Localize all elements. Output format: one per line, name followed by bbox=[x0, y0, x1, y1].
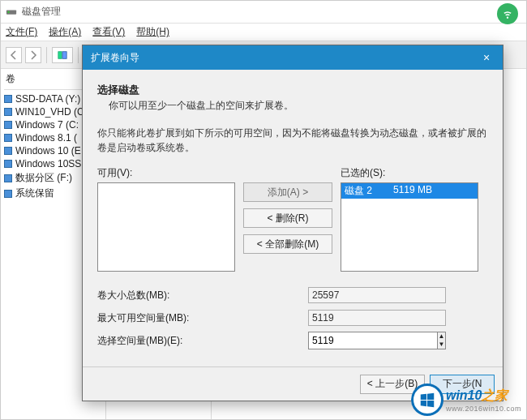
selected-column: 已选的(S): 磁盘 2 5119 MB bbox=[341, 166, 478, 272]
total-size-value: 25597 bbox=[308, 287, 446, 303]
forward-button[interactable] bbox=[25, 47, 41, 63]
menu-file[interactable]: 文件(F) bbox=[6, 25, 37, 39]
app-window: 磁盘管理 — 文件(F) 操作(A) 查看(V) 帮助(H) ? 卷 SSD-D… bbox=[0, 0, 527, 420]
selected-listbox[interactable]: 磁盘 2 5119 MB bbox=[341, 182, 478, 272]
total-size-label: 卷大小总数(MB): bbox=[97, 289, 308, 302]
selected-disk-name: 磁盘 2 bbox=[345, 184, 393, 198]
volume-label: Windows 10 (E bbox=[15, 145, 81, 156]
volume-label: Windows 7 (C: bbox=[15, 119, 79, 131]
back-button[interactable] bbox=[6, 47, 22, 63]
select-size-input[interactable] bbox=[308, 332, 438, 349]
volume-label: WIN10_VHD (C: bbox=[15, 106, 87, 118]
selected-disk-item[interactable]: 磁盘 2 5119 MB bbox=[341, 183, 478, 199]
volume-label: Windows 8.1 ( bbox=[15, 132, 77, 144]
volume-label: Windows 10SS bbox=[15, 158, 81, 169]
volume-icon bbox=[4, 134, 12, 142]
menu-help[interactable]: 帮助(H) bbox=[136, 25, 169, 39]
svg-point-1 bbox=[7, 11, 9, 12]
volume-icon bbox=[4, 190, 12, 198]
wizard-heading: 选择磁盘 bbox=[97, 83, 488, 97]
wizard-body: 选择磁盘 你可以用至少一个磁盘上的空间来扩展卷。 你只能将此卷扩展到如下所示的可… bbox=[83, 70, 503, 366]
views-button[interactable] bbox=[52, 47, 73, 63]
wifi-badge-icon bbox=[497, 3, 518, 24]
max-size-value: 5119 bbox=[308, 310, 446, 326]
size-fields: 卷大小总数(MB): 25597 最大可用空间量(MB): 5119 选择空间量… bbox=[97, 285, 488, 351]
toolbar-separator bbox=[46, 47, 47, 63]
selected-label: 已选的(S): bbox=[341, 166, 478, 180]
volume-label: SSD-DATA (Y:) bbox=[15, 93, 80, 105]
volume-icon bbox=[4, 108, 12, 116]
disk-selection-row: 可用(V): 添加(A) > < 删除(R) < 全部删除(M) 已选的(S):… bbox=[97, 166, 488, 272]
wizard-title: 扩展卷向导 bbox=[91, 51, 478, 65]
watermark-logo-icon bbox=[411, 384, 443, 416]
svg-rect-3 bbox=[62, 51, 66, 58]
max-size-row: 最大可用空间量(MB): 5119 bbox=[97, 307, 488, 328]
remove-all-button[interactable]: < 全部删除(M) bbox=[243, 234, 332, 254]
menu-bar: 文件(F) 操作(A) 查看(V) 帮助(H) bbox=[1, 24, 526, 41]
available-column: 可用(V): bbox=[97, 166, 235, 272]
total-size-row: 卷大小总数(MB): 25597 bbox=[97, 285, 488, 306]
available-label: 可用(V): bbox=[97, 166, 235, 180]
spinner-up-icon[interactable]: ▲ bbox=[438, 332, 445, 341]
menu-action[interactable]: 操作(A) bbox=[49, 25, 81, 39]
volume-icon bbox=[4, 174, 12, 182]
wizard-subheading: 你可以用至少一个磁盘上的空间来扩展卷。 bbox=[109, 99, 488, 113]
svg-rect-2 bbox=[58, 51, 62, 58]
max-size-label: 最大可用空间量(MB): bbox=[97, 311, 308, 325]
site-watermark: win10之家 www.2016win10.com bbox=[411, 384, 521, 416]
volume-icon bbox=[4, 160, 12, 168]
selected-disk-size: 5119 MB bbox=[393, 184, 432, 198]
transfer-buttons: 添加(A) > < 删除(R) < 全部删除(M) bbox=[243, 166, 332, 254]
watermark-text: win10之家 www.2016win10.com bbox=[446, 388, 521, 413]
window-titlebar: 磁盘管理 — bbox=[1, 1, 526, 24]
wizard-titlebar: 扩展卷向导 × bbox=[83, 45, 503, 70]
volume-icon bbox=[4, 147, 12, 155]
available-listbox[interactable] bbox=[97, 182, 235, 272]
spinner-buttons[interactable]: ▲ ▼ bbox=[438, 332, 446, 349]
select-size-spinner[interactable]: ▲ ▼ bbox=[308, 332, 446, 349]
add-button[interactable]: 添加(A) > bbox=[243, 182, 332, 202]
volume-icon bbox=[4, 95, 12, 103]
wizard-description: 你只能将此卷扩展到如下所示的可用空间，因为不能将磁盘转换为动态磁盘，或者被扩展的… bbox=[97, 126, 488, 155]
remove-button[interactable]: < 删除(R) bbox=[243, 208, 332, 228]
volume-label: 数据分区 (F:) bbox=[15, 171, 72, 185]
toolbar-separator bbox=[78, 47, 79, 63]
window-title: 磁盘管理 bbox=[22, 5, 499, 19]
extend-volume-wizard: 扩展卷向导 × 选择磁盘 你可以用至少一个磁盘上的空间来扩展卷。 你只能将此卷扩… bbox=[82, 45, 503, 401]
app-icon bbox=[6, 6, 17, 18]
select-size-label: 选择空间量(MB)(E): bbox=[97, 334, 308, 348]
menu-view[interactable]: 查看(V) bbox=[92, 25, 125, 39]
wizard-close-button[interactable]: × bbox=[478, 51, 495, 64]
select-size-row: 选择空间量(MB)(E): ▲ ▼ bbox=[97, 330, 488, 351]
spinner-down-icon[interactable]: ▼ bbox=[438, 341, 445, 349]
volume-label: 系统保留 bbox=[15, 186, 54, 200]
volume-icon bbox=[4, 121, 12, 129]
